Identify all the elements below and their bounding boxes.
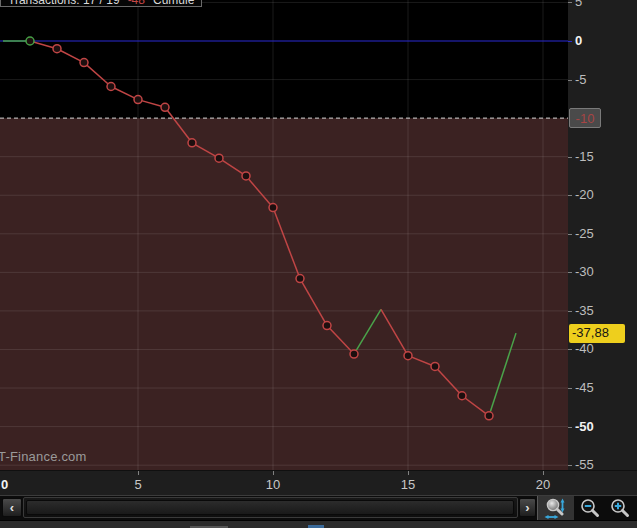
trade-point-marker[interactable] bbox=[107, 83, 115, 91]
legend-value: -48 bbox=[128, 0, 145, 7]
zoom-out-icon bbox=[578, 497, 602, 521]
trade-point-marker[interactable] bbox=[323, 322, 331, 330]
y-axis-tick-label: -40 bbox=[575, 341, 594, 356]
y-axis-tick bbox=[568, 311, 572, 312]
pan-zoom-tool-button[interactable] bbox=[537, 496, 574, 521]
x-axis-tick bbox=[273, 471, 274, 475]
trade-point-marker[interactable] bbox=[404, 352, 412, 360]
y-axis-tick bbox=[568, 427, 572, 428]
watermark: T-Finance.com bbox=[0, 449, 87, 464]
trade-point-marker[interactable] bbox=[242, 172, 250, 180]
legend-transactions-label: Transactions: 17 / 19 bbox=[8, 0, 120, 7]
trade-point-marker[interactable] bbox=[458, 392, 466, 400]
x-axis-tick-label: 20 bbox=[536, 477, 550, 492]
zoom-out-button[interactable] bbox=[576, 496, 604, 521]
threshold-axis-label: -10 bbox=[569, 108, 601, 128]
y-axis[interactable]: -10 -37,88 50-5-15-20-25-30-35-40-45-50-… bbox=[568, 0, 637, 470]
trade-point-marker[interactable] bbox=[215, 154, 223, 162]
x-axis-tick bbox=[138, 471, 139, 475]
y-axis-tick bbox=[568, 157, 572, 158]
legend-box: Transactions: 17 / 19 -48 Cumulé bbox=[0, 0, 202, 7]
zoom-in-icon bbox=[608, 497, 632, 521]
trade-point-marker[interactable] bbox=[188, 139, 196, 147]
pan-zoom-icon bbox=[543, 496, 569, 521]
y-axis-tick-label: -35 bbox=[575, 303, 594, 318]
x-axis-tick-label: 0 bbox=[1, 477, 8, 492]
equity-curve-plot-area[interactable]: Transactions: 17 / 19 -48 Cumulé T-Finan… bbox=[0, 0, 568, 470]
trade-point-marker[interactable] bbox=[296, 275, 304, 283]
trade-point-marker[interactable] bbox=[80, 59, 88, 67]
trade-point-marker[interactable] bbox=[485, 412, 493, 420]
y-axis-tick-label: -45 bbox=[575, 380, 594, 395]
y-axis-tick-label: -50 bbox=[575, 419, 594, 434]
x-axis-tick bbox=[408, 471, 409, 475]
y-axis-tick-label: -5 bbox=[575, 72, 587, 87]
last-value-axis-label: -37,88 bbox=[569, 324, 625, 343]
below-threshold-region bbox=[0, 118, 568, 470]
y-axis-tick bbox=[568, 80, 572, 81]
x-axis-tick-label: 10 bbox=[266, 477, 280, 492]
y-axis-tick bbox=[568, 2, 572, 3]
window-bottom-edge bbox=[0, 520, 637, 528]
y-axis-tick-label: -15 bbox=[575, 149, 594, 164]
y-axis-tick-label: -30 bbox=[575, 264, 594, 279]
y-axis-tick bbox=[568, 388, 572, 389]
y-axis-tick-label: 0 bbox=[575, 33, 582, 48]
trade-point-marker[interactable] bbox=[350, 350, 358, 358]
scrollbar-thumb[interactable] bbox=[26, 500, 514, 515]
y-axis-tick-label: 5 bbox=[575, 0, 582, 9]
y-axis-tick-label: -25 bbox=[575, 226, 594, 241]
legend-cumule-label: Cumulé bbox=[153, 0, 194, 7]
scroll-left-button[interactable]: ‹ bbox=[2, 498, 22, 517]
scroll-right-button[interactable]: › bbox=[519, 498, 536, 517]
chart-window: Transactions: 17 / 19 -48 Cumulé T-Finan… bbox=[0, 0, 637, 528]
y-axis-tick bbox=[568, 272, 572, 273]
trade-point-marker[interactable] bbox=[26, 37, 34, 45]
bottom-toolbar: ‹ › bbox=[0, 495, 637, 520]
trade-point-marker[interactable] bbox=[53, 45, 61, 53]
x-axis[interactable]: 05101520 bbox=[0, 470, 637, 495]
y-axis-tick bbox=[568, 195, 572, 196]
y-axis-tick bbox=[568, 465, 572, 466]
x-axis-tick bbox=[543, 471, 544, 475]
equity-curve-svg bbox=[0, 0, 568, 470]
y-axis-tick bbox=[568, 41, 572, 42]
y-axis-tick bbox=[568, 349, 572, 350]
x-axis-tick-label: 15 bbox=[401, 477, 415, 492]
trade-point-marker[interactable] bbox=[431, 362, 439, 370]
zoom-in-button[interactable] bbox=[606, 496, 634, 521]
trade-point-marker[interactable] bbox=[161, 103, 169, 111]
y-axis-tick-label: -20 bbox=[575, 187, 594, 202]
x-axis-tick-label: 5 bbox=[134, 477, 141, 492]
y-axis-tick bbox=[568, 234, 572, 235]
trade-point-marker[interactable] bbox=[269, 204, 277, 212]
scrollbar-track[interactable] bbox=[23, 497, 518, 518]
trade-point-marker[interactable] bbox=[134, 96, 142, 104]
